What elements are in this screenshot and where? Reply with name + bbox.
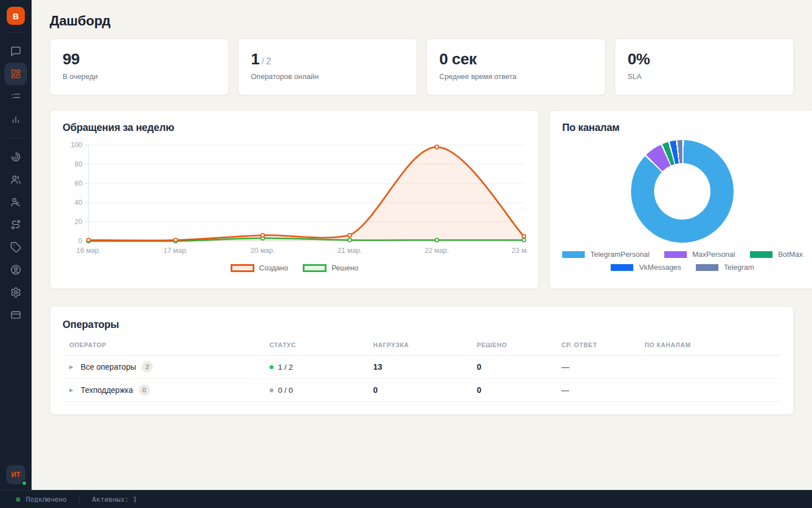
- load-cell: 0: [373, 386, 477, 395]
- stats-icon: [10, 113, 21, 125]
- expand-row-button[interactable]: ▶: [69, 387, 73, 393]
- sidebar-item-routing[interactable]: [5, 213, 27, 236]
- sidebar-item-stats[interactable]: [5, 108, 27, 130]
- active-count-text: Активных: 1: [92, 496, 136, 503]
- sidebar-item-panels[interactable]: [5, 304, 27, 326]
- svg-text:17 мар.: 17 мар.: [164, 247, 188, 255]
- app-logo[interactable]: B: [7, 7, 25, 25]
- legend-swatch: [664, 251, 687, 258]
- sidebar-item-chat[interactable]: [5, 40, 27, 63]
- channel-legend-TelegramPersonal[interactable]: TelegramPersonal: [562, 250, 650, 259]
- channel-legend-VkMessages[interactable]: VkMessages: [611, 263, 681, 271]
- weekly-chart-legend: СозданоРешено: [63, 264, 526, 272]
- sidebar-item-settings[interactable]: [5, 281, 27, 304]
- solved-cell: 0: [477, 386, 562, 395]
- operator-row: ▶Все операторы21 / 2130—: [63, 356, 781, 379]
- sidebar-item-agent[interactable]: [5, 191, 27, 213]
- weekly-line-chart: 02040608010016 мар.17 мар.20 мар.21 мар.…: [63, 134, 526, 261]
- stat-label: Среднее время ответа: [439, 72, 593, 81]
- stat-card-1: 1 / 2Операторов онлайн: [238, 38, 417, 95]
- operator-name: Все операторы: [81, 362, 136, 371]
- legend-item-Создано[interactable]: Создано: [231, 264, 288, 272]
- legend-swatch: [562, 251, 585, 258]
- status-cell: 0 / 0: [270, 386, 373, 395]
- operator-row: ▶Техподдержка00 / 000—: [63, 379, 781, 402]
- operators-title: Операторы: [63, 319, 781, 331]
- column-header: ОПЕРАТОР: [69, 341, 270, 348]
- tags-icon: [10, 242, 21, 253]
- connection-status-dot: [16, 497, 20, 502]
- weekly-requests-card: Обращения за неделю 02040608010016 мар.1…: [50, 110, 539, 289]
- offline-status-dot: [270, 388, 273, 392]
- online-status-dot: [270, 365, 273, 369]
- sidebar-item-dashboard[interactable]: [5, 63, 27, 85]
- legend-item-Решено[interactable]: Решено: [303, 264, 358, 272]
- status-cell: 1 / 2: [270, 363, 373, 371]
- channels-chart-legend: TelegramPersonalMaxPersonalBotMaxVkMessa…: [562, 250, 803, 271]
- operator-count-badge: 0: [139, 384, 150, 396]
- stat-suffix: / 2: [259, 56, 271, 66]
- legend-label: TelegramPersonal: [590, 250, 650, 259]
- stat-value: 1 / 2: [251, 50, 404, 68]
- chat-icon: [10, 46, 21, 57]
- sidebar-item-queue[interactable]: [5, 85, 27, 108]
- channel-legend-BotMax[interactable]: BotMax: [750, 250, 803, 259]
- broadcast-icon: [10, 151, 21, 163]
- operator-name: Техподдержка: [81, 386, 133, 395]
- column-header: СТАТУС: [270, 341, 373, 348]
- status-bar: Подключено Активных: 1: [0, 490, 812, 508]
- weekly-chart-title: Обращения за неделю: [63, 122, 526, 134]
- operators-table: ОПЕРАТОРСТАТУСНАГРУЗКАРЕШЕНОСР. ОТВЕТПО …: [63, 341, 781, 402]
- expand-row-button[interactable]: ▶: [69, 364, 73, 370]
- legend-label: Telegram: [724, 263, 754, 271]
- stats-row: 99В очереди1 / 2Операторов онлайн0 секСр…: [50, 38, 794, 95]
- settings-icon: [10, 287, 21, 298]
- svg-text:23 мар.: 23 мар.: [511, 247, 527, 255]
- legend-swatch: [303, 264, 326, 272]
- operators-card: Операторы ОПЕРАТОРСТАТУСНАГРУЗКАРЕШЕНОСР…: [50, 306, 794, 415]
- user-avatar[interactable]: ИТ: [6, 465, 25, 484]
- statusbar-divider: [79, 496, 80, 503]
- channels-card: По каналам TelegramPersonalMaxPersonalBo…: [549, 110, 812, 289]
- sidebar-item-tags[interactable]: [5, 236, 27, 259]
- sidebar: B ИТ: [0, 0, 32, 490]
- column-header: НАГРУЗКА: [373, 341, 477, 348]
- legend-label: Решено: [332, 264, 358, 272]
- operators-table-header: ОПЕРАТОРСТАТУСНАГРУЗКАРЕШЕНОСР. ОТВЕТПО …: [63, 341, 781, 356]
- team-icon: [10, 174, 21, 185]
- dashboard-icon: [10, 68, 21, 80]
- stat-value: 0%: [628, 50, 781, 68]
- connection-status-text: Подключено: [26, 496, 67, 503]
- stat-card-2: 0 секСреднее время ответа: [426, 38, 606, 95]
- channels-chart-title: По каналам: [562, 122, 803, 134]
- avg-response-cell: —: [562, 362, 645, 371]
- legend-swatch: [611, 264, 633, 271]
- stat-card-3: 0%SLA: [615, 38, 794, 95]
- stat-value: 0 сек: [439, 50, 593, 68]
- channel-legend-MaxPersonal[interactable]: MaxPersonal: [664, 250, 735, 259]
- svg-text:22 мар.: 22 мар.: [425, 247, 449, 255]
- stat-label: SLA: [628, 72, 781, 81]
- sidebar-item-broadcast[interactable]: [5, 146, 27, 168]
- solved-cell: 0: [477, 362, 562, 371]
- avg-response-cell: —: [562, 386, 645, 395]
- agent-icon: [10, 196, 21, 208]
- legend-swatch: [750, 251, 773, 258]
- stat-card-0: 99В очереди: [50, 38, 229, 95]
- load-cell: 13: [373, 362, 477, 371]
- queue-icon: [10, 91, 21, 102]
- legend-label: BotMax: [778, 250, 803, 259]
- app-root: B ИТ Дашборд 99В очереди1 / 2Операторов …: [0, 0, 812, 490]
- stat-value: 99: [63, 50, 216, 68]
- contacts-icon: [10, 264, 21, 275]
- sidebar-item-contacts[interactable]: [5, 259, 27, 281]
- channel-legend-Telegram[interactable]: Telegram: [696, 263, 754, 271]
- user-initials: ИТ: [11, 471, 20, 479]
- legend-label: Создано: [259, 264, 288, 272]
- operator-count-badge: 2: [142, 361, 153, 373]
- svg-text:21 мар.: 21 мар.: [338, 247, 362, 255]
- svg-text:80: 80: [74, 160, 82, 168]
- sidebar-item-team[interactable]: [5, 168, 27, 191]
- svg-text:40: 40: [74, 199, 82, 207]
- legend-swatch: [696, 264, 718, 271]
